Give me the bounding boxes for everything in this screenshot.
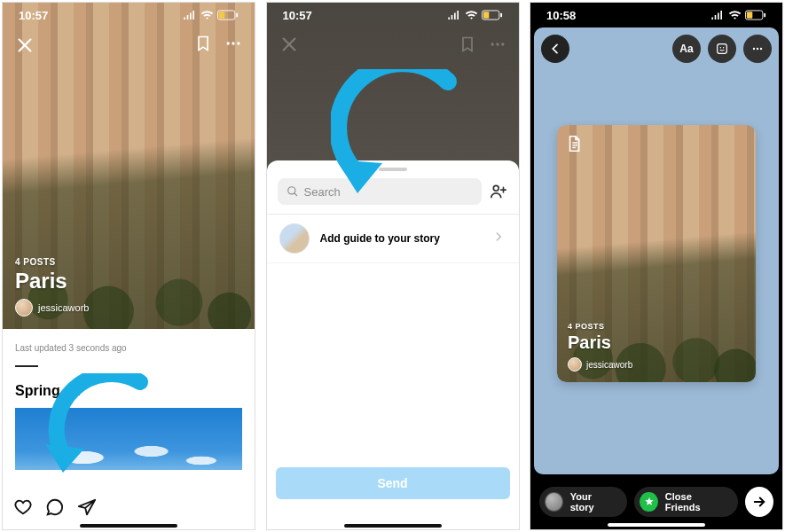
svg-point-10 (496, 43, 498, 45)
svg-point-11 (501, 43, 504, 45)
sticker-posts-count: 4 POSTS (568, 322, 632, 331)
avatar (568, 357, 582, 372)
bookmark-icon[interactable] (459, 35, 476, 57)
guide-title: Paris (15, 269, 89, 293)
guide-hero: 4 POSTS Paris jessicaworb (3, 3, 255, 329)
svg-point-9 (491, 43, 493, 45)
close-icon[interactable] (15, 35, 35, 55)
arrow-right-icon (751, 494, 767, 510)
svg-rect-8 (500, 13, 502, 18)
more-icon[interactable] (224, 35, 242, 56)
status-icons (447, 10, 503, 20)
send-to-button[interactable] (745, 487, 773, 517)
svg-rect-17 (718, 44, 727, 54)
more-icon (750, 42, 765, 56)
share-icon[interactable] (77, 497, 97, 520)
screenshot-share-sheet: 10:57 (266, 2, 520, 530)
star-icon (640, 492, 658, 512)
chevron-right-icon (492, 231, 506, 246)
more-button[interactable] (743, 35, 772, 63)
status-time: 10:57 (19, 9, 48, 22)
your-story-button[interactable]: Your story (539, 487, 627, 517)
share-sheet: Search Add guide to your story Send (267, 160, 519, 530)
search-input[interactable]: Search (278, 178, 482, 205)
search-icon (287, 185, 299, 198)
sheet-handle[interactable] (379, 168, 407, 171)
author-username: jessicaworb (38, 302, 89, 313)
svg-rect-15 (747, 12, 752, 18)
home-indicator (344, 524, 442, 528)
send-button[interactable]: Send (276, 467, 510, 499)
like-icon[interactable] (13, 497, 33, 520)
sticker-button[interactable] (708, 35, 736, 63)
status-bar: 10:57 (267, 3, 519, 27)
comment-icon[interactable] (45, 497, 65, 520)
chevron-left-icon (548, 42, 562, 56)
svg-point-5 (237, 42, 239, 44)
sticker-author: jessicaworb (568, 357, 632, 372)
home-indicator (80, 524, 177, 528)
status-icons (183, 10, 239, 20)
bookmark-icon[interactable] (194, 35, 212, 56)
svg-point-21 (757, 48, 758, 50)
divider (15, 365, 38, 367)
svg-rect-16 (764, 13, 765, 18)
guide-sticker[interactable]: 4 POSTS Paris jessicaworb (557, 125, 756, 382)
status-icons (710, 10, 766, 20)
status-time: 10:58 (546, 9, 576, 22)
screenshot-guide-view: 10:57 4 POSTS Paris (2, 2, 255, 530)
svg-point-4 (232, 42, 234, 44)
guide-body: Last updated 3 seconds ago Spring sk (3, 329, 255, 530)
svg-point-18 (720, 47, 721, 48)
more-icon[interactable] (489, 35, 506, 57)
last-updated: Last updated 3 seconds ago (15, 343, 242, 353)
add-to-story-row[interactable]: Add guide to your story (267, 215, 519, 263)
svg-rect-2 (236, 13, 238, 18)
avatar (15, 299, 33, 317)
home-indicator (608, 523, 705, 527)
story-canvas[interactable]: Aa 4 POSTS Paris jessicaworb (534, 27, 779, 474)
avatar (545, 492, 563, 512)
svg-point-22 (760, 48, 762, 50)
story-share-bar: Your story Close Friends (530, 474, 782, 529)
sticker-title: Paris (568, 332, 632, 353)
svg-point-19 (723, 47, 724, 48)
add-to-story-label: Add guide to your story (320, 232, 482, 245)
close-icon[interactable] (279, 35, 299, 58)
text-tool-button[interactable]: Aa (672, 35, 701, 63)
section-thumbnail[interactable] (15, 408, 242, 470)
back-button[interactable] (541, 35, 569, 63)
screenshot-story-editor: 10:58 Aa (530, 2, 783, 530)
guide-author[interactable]: jessicaworb (15, 299, 89, 317)
section-title: Spring sk (15, 383, 242, 399)
guide-thumbnail (279, 223, 310, 254)
svg-point-20 (753, 48, 755, 50)
svg-point-3 (227, 42, 230, 44)
sticker-icon (715, 42, 729, 56)
svg-point-13 (493, 185, 498, 191)
status-bar: 10:58 (530, 3, 782, 27)
svg-rect-7 (483, 12, 488, 18)
close-friends-button[interactable]: Close Friends (634, 487, 738, 517)
search-placeholder: Search (304, 185, 341, 199)
posts-count: 4 POSTS (15, 257, 89, 267)
add-person-icon[interactable] (489, 182, 508, 201)
status-bar: 10:57 (3, 3, 255, 27)
svg-rect-1 (219, 12, 224, 18)
status-time: 10:57 (283, 9, 312, 22)
guide-badge-icon (566, 134, 587, 155)
sticker-author-name: jessicaworb (586, 360, 632, 370)
